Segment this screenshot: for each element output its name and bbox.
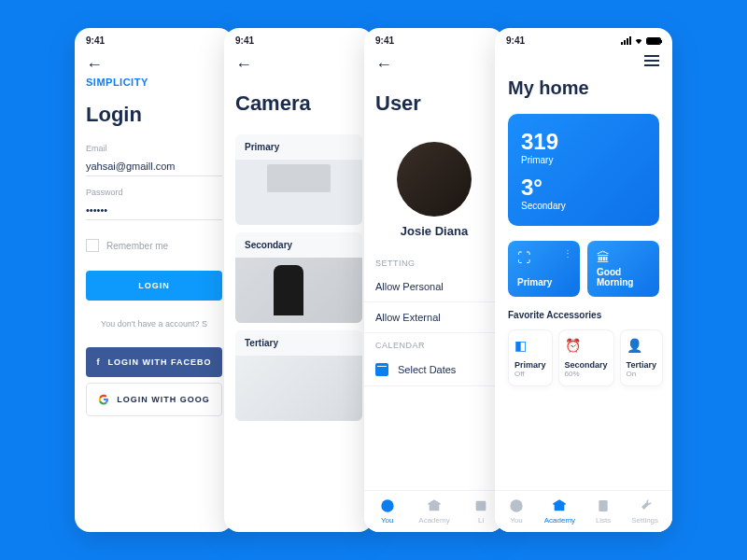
brand-label: SIMPLICITY xyxy=(75,77,233,88)
svg-rect-1 xyxy=(476,501,486,511)
select-dates-label: Select Dates xyxy=(398,364,456,375)
fav-secondary[interactable]: ⏰ Secondary 60% xyxy=(558,329,614,386)
status-time: 9:41 xyxy=(506,35,525,46)
bottom-nav: You Academy Li xyxy=(364,490,504,532)
google-login-button[interactable]: LOGIN WITH GOOG xyxy=(86,383,222,416)
wrench-icon xyxy=(638,498,653,513)
fav-primary[interactable]: ◧ Primary Off xyxy=(508,329,553,386)
settings-section-label: SETTING xyxy=(364,251,504,272)
nav-label: Academy xyxy=(418,516,449,525)
page-title: My home xyxy=(495,68,672,108)
camera-card-secondary[interactable]: Secondary xyxy=(235,232,362,323)
nav-label: Academy xyxy=(544,516,575,525)
status-bar: 9:41 xyxy=(364,28,504,53)
status-bar: 9:41 xyxy=(224,28,374,53)
academy-icon xyxy=(427,498,442,513)
remember-checkbox[interactable] xyxy=(86,239,99,252)
fav-status: 60% xyxy=(565,370,608,378)
login-screen: 9:41 ← SIMPLICITY Login Email Password R… xyxy=(75,28,233,532)
menu-button[interactable] xyxy=(631,53,672,68)
wallet-icon: ◧ xyxy=(514,338,531,355)
status-time: 9:41 xyxy=(235,35,254,46)
nav-settings[interactable]: Settings xyxy=(631,498,658,525)
tile-label: Primary xyxy=(517,277,571,287)
remember-me-row[interactable]: Remember me xyxy=(75,226,233,265)
camera-image xyxy=(235,356,362,421)
user-name: Josie Diana xyxy=(364,224,504,251)
favorites-heading: Favorite Accessories xyxy=(495,306,672,324)
calendar-section-label: CALENDAR xyxy=(364,333,504,354)
user-avatar[interactable] xyxy=(397,142,472,217)
back-button[interactable]: ← xyxy=(75,53,233,77)
status-time: 9:41 xyxy=(86,35,105,46)
wifi-icon xyxy=(634,36,643,46)
nav-lists[interactable]: Li xyxy=(473,498,488,525)
facebook-login-button[interactable]: f LOGIN WITH FACEBO xyxy=(86,347,222,377)
facebook-label: LOGIN WITH FACEBO xyxy=(108,357,212,367)
facebook-icon: f xyxy=(97,357,101,367)
camera-image xyxy=(235,258,362,323)
nav-label: Lists xyxy=(596,516,611,525)
user-icon xyxy=(380,498,395,513)
google-icon xyxy=(98,394,109,405)
card-label: Primary xyxy=(235,134,362,160)
no-account-text[interactable]: You don't have a account? S xyxy=(75,306,233,342)
camera-card-primary[interactable]: Primary xyxy=(235,134,362,225)
action-tiles: ⋮ ⛶ Primary 🏛 Good Morning xyxy=(495,231,672,306)
password-field-group: Password xyxy=(75,182,233,226)
user-screen: 9:41 ← User Josie Diana SETTING Allow Pe… xyxy=(364,28,504,532)
camera-card-tertiary[interactable]: Tertiary xyxy=(235,330,362,421)
login-button[interactable]: LOGIN xyxy=(86,271,222,301)
nav-academy[interactable]: Academy xyxy=(418,498,449,525)
battery-icon xyxy=(646,37,661,45)
page-title: User xyxy=(364,77,504,127)
svg-point-2 xyxy=(510,499,522,511)
fav-status: On xyxy=(627,370,656,378)
camera-image xyxy=(235,160,362,225)
email-input[interactable] xyxy=(86,157,222,176)
setting-allow-external[interactable]: Allow External xyxy=(364,302,504,333)
tile-greeting[interactable]: 🏛 Good Morning xyxy=(587,241,659,297)
password-input[interactable] xyxy=(86,201,222,220)
card-label: Tertiary xyxy=(235,330,362,356)
select-dates-row[interactable]: Select Dates xyxy=(364,354,504,386)
nav-academy[interactable]: Academy xyxy=(544,498,575,525)
page-title: Camera xyxy=(224,77,374,127)
favorites-row: ◧ Primary Off ⏰ Secondary 60% 👤 Tertiary… xyxy=(495,324,672,392)
fav-name: Tertiary xyxy=(627,360,656,370)
card-label: Secondary xyxy=(235,232,362,258)
hero-stats-card[interactable]: 319 Primary 3° Secondary xyxy=(508,114,659,226)
list-icon xyxy=(596,498,611,513)
signal-icon xyxy=(621,36,631,45)
fav-name: Secondary xyxy=(565,360,608,370)
status-bar: 9:41 xyxy=(495,28,672,53)
bank-icon: 🏛 xyxy=(597,250,650,265)
nav-label: Li xyxy=(478,516,484,525)
nav-lists[interactable]: Lists xyxy=(596,498,611,525)
more-icon[interactable]: ⋮ xyxy=(563,248,572,259)
fav-tertiary[interactable]: 👤 Tertiary On xyxy=(620,329,663,386)
bottom-nav: You Academy Lists Settings xyxy=(495,490,672,532)
camera-screen: 9:41 ← Camera Primary Secondary Tertiary xyxy=(224,28,374,532)
status-time: 9:41 xyxy=(375,35,394,46)
back-button[interactable]: ← xyxy=(224,53,374,77)
remember-label: Remember me xyxy=(106,241,168,251)
password-label: Password xyxy=(86,188,222,197)
svg-rect-3 xyxy=(599,500,607,511)
page-title: Login xyxy=(75,88,233,138)
google-label: LOGIN WITH GOOG xyxy=(117,395,210,404)
academy-icon xyxy=(552,498,567,513)
fav-name: Primary xyxy=(514,360,546,370)
clock-icon: ⏰ xyxy=(565,338,582,355)
tile-primary[interactable]: ⋮ ⛶ Primary xyxy=(508,241,580,297)
hero-value-1: 319 xyxy=(521,129,646,155)
status-bar: 9:41 xyxy=(75,28,233,53)
email-label: Email xyxy=(86,144,222,153)
back-button[interactable]: ← xyxy=(364,53,504,77)
nav-you[interactable]: You xyxy=(380,498,395,525)
setting-allow-personal[interactable]: Allow Personal xyxy=(364,272,504,302)
svg-point-0 xyxy=(381,499,393,511)
list-icon xyxy=(473,498,488,513)
hero-label-2: Secondary xyxy=(521,201,646,211)
nav-you[interactable]: You xyxy=(509,498,524,525)
